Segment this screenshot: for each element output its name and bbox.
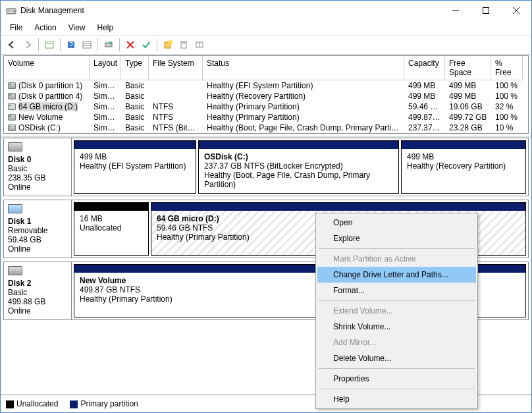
col-header-type[interactable]: Type [121,56,149,80]
svg-rect-14 [105,43,112,47]
drive-icon [8,114,16,121]
partition[interactable]: OSDisk (C:) 237.37 GB NTFS (BitLocker En… [198,140,399,194]
ctx-properties[interactable]: Properties [317,371,476,387]
svg-rect-7 [45,41,53,48]
toolbar: ? [1,36,531,55]
menu-file[interactable]: File [5,22,28,34]
drive-icon [8,103,16,110]
toolbar-delete[interactable] [123,38,138,52]
drive-icon [8,124,16,131]
partition-stripe [402,141,525,149]
volume-row[interactable]: (Disk 0 partition 1) Simple Basic Health… [4,80,528,91]
disk-info[interactable]: Disk 0 Basic 238.35 GB Online [4,138,72,196]
col-header-pctfree[interactable]: % Free [491,56,523,80]
ctx-separator [319,389,475,389]
svg-text:?: ? [69,41,73,49]
ctx-delete-volume[interactable]: Delete Volume... [317,350,476,366]
legend-unallocated: Unallocated [6,399,58,408]
toolbar-separator [97,38,98,51]
partition[interactable]: 499 MB Healthy (EFI System Partition) [74,140,196,194]
menu-help[interactable]: Help [92,22,119,34]
ctx-shrink-volume[interactable]: Shrink Volume... [317,319,476,335]
drive-icon [8,82,16,89]
col-header-free[interactable]: Free Space [445,56,491,80]
disk-icon [8,142,22,151]
ctx-separator [319,300,475,301]
help-button[interactable]: ? [64,38,78,52]
context-menu: Open Explore Mark Partition as Active Ch… [315,213,478,409]
ctx-explore[interactable]: Explore [317,231,476,246]
drive-icon [8,93,16,99]
toolbar-separator [119,38,120,51]
col-header-capacity[interactable]: Capacity [404,56,445,80]
toolbar-detail-view[interactable] [42,38,57,52]
toolbar-check[interactable] [139,38,153,52]
toolbar-separator [60,38,61,51]
volumes-rows: (Disk 0 partition 1) Simple Basic Health… [4,80,528,133]
ctx-extend-volume[interactable]: Extend Volume... [317,303,476,319]
partition-stripe [74,203,148,211]
ctx-separator [319,368,475,369]
disk-icon [8,204,22,213]
disk-management-window: Disk Management File Action View Help ? [0,0,532,413]
ctx-format[interactable]: Format... [317,283,476,298]
close-button[interactable] [501,1,531,20]
toolbar-refresh[interactable] [101,38,116,52]
ctx-separator [319,248,475,249]
minimize-button[interactable] [440,1,471,20]
title-button-group [440,1,531,20]
legend-primary: Primary partition [70,399,138,408]
disk-icon [8,266,22,275]
svg-point-19 [169,40,173,44]
ctx-open[interactable]: Open [317,215,476,231]
swatch-black [6,400,14,408]
volume-row[interactable]: (Disk 0 partition 4) Simple Basic Health… [4,91,528,101]
toolbar-separator [157,38,157,51]
volume-row[interactable]: OSDisk (C:) Simple Basic NTFS (BitLo... … [4,123,528,133]
partition-unallocated[interactable]: 16 MB Unallocated [74,202,149,256]
svg-point-2 [13,11,14,12]
ctx-change-drive-letter[interactable]: Change Drive Letter and Paths... [317,267,476,283]
partition-stripe [151,203,525,211]
toolbar-list-view[interactable] [80,38,94,52]
back-button[interactable] [5,38,19,52]
volume-row[interactable]: New Volume Simple Basic NTFS Healthy (Pr… [4,112,528,123]
volumes-table: Volume Layout Type File System Status Ca… [3,55,529,134]
toolbar-new-partition[interactable] [161,38,175,52]
svg-rect-4 [483,8,489,14]
window-title: Disk Management [20,6,440,15]
ctx-help[interactable]: Help [317,391,476,407]
ctx-mark-active[interactable]: Mark Partition as Active [317,251,476,267]
maximize-button[interactable] [471,1,501,20]
disk-info[interactable]: Disk 2 Basic 499.88 GB Online [4,262,72,319]
menu-bar: File Action View Help [1,20,531,36]
partition[interactable]: 499 MB Healthy (Recovery Partition) [401,140,526,194]
col-header-fs[interactable]: File System [149,56,203,80]
col-header-layout[interactable]: Layout [90,56,121,80]
toolbar-extra[interactable] [192,38,207,52]
ctx-add-mirror[interactable]: Add Mirror... [317,335,476,350]
title-bar: Disk Management [1,1,531,20]
app-icon [6,5,16,16]
toolbar-properties[interactable] [176,38,191,52]
disk-partitions: 499 MB Healthy (EFI System Partition) OS… [72,138,528,196]
menu-view[interactable]: View [63,22,91,34]
swatch-blue [70,400,78,408]
menu-action[interactable]: Action [29,22,61,34]
disk-info[interactable]: Disk 1 Removable 59.48 GB Online [4,200,72,258]
disk-row: Disk 0 Basic 238.35 GB Online 499 MB Hea… [3,138,529,196]
col-header-volume[interactable]: Volume [4,56,90,80]
toolbar-separator [38,38,39,51]
volume-row[interactable]: 64 GB micro (D:) Simple Basic NTFS Healt… [4,101,528,112]
svg-rect-11 [83,41,91,48]
svg-rect-21 [182,42,186,43]
partition-stripe [199,141,398,149]
forward-button[interactable] [20,38,35,52]
col-header-status[interactable]: Status [203,56,404,80]
partition-stripe [74,141,196,149]
svg-rect-1 [8,10,11,11]
volumes-header: Volume Layout Type File System Status Ca… [4,56,528,80]
